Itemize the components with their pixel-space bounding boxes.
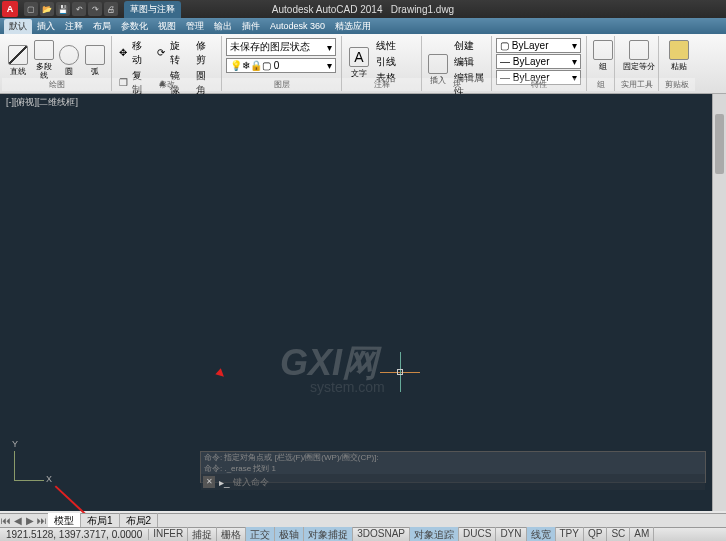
arc-button[interactable]: 弧 [83,43,108,78]
measure-button[interactable]: 固定等分 [619,38,659,73]
panel-modify-label: 修改 [112,78,221,91]
group-icon [593,40,613,60]
qat-undo-icon[interactable]: ↶ [72,2,86,16]
annotation-arrow [55,356,185,486]
qat-redo-icon[interactable]: ↷ [88,2,102,16]
scrollbar-thumb[interactable] [715,114,724,174]
status-正交[interactable]: 正交 [246,527,275,542]
status-tpy[interactable]: TPY [556,527,584,542]
qat-open-icon[interactable]: 📂 [40,2,54,16]
move-button[interactable]: ✥移动 [116,38,153,68]
status-dyn[interactable]: DYN [496,527,526,542]
watermark: GXI网 [280,339,378,388]
ribbon: 直线 多段线 圆 弧 绘图 ✥移动⟳旋转修剪 ❐复制▲镜像圆角 ⇲拉伸⛶缩放阵列… [0,34,726,94]
panel-groups-label: 组 [587,78,614,91]
command-history: 命令: 指定对角点或 [栏选(F)/圈围(WP)/圈交(CP)]: [201,452,705,463]
panel-draw: 直线 多段线 圆 弧 绘图 [2,36,112,91]
panel-modify: ✥移动⟳旋转修剪 ❐复制▲镜像圆角 ⇲拉伸⛶缩放阵列 修改 [112,36,222,91]
panel-utilities: 固定等分 实用工具 [615,36,659,91]
chevron-down-icon: ▾ [572,56,577,67]
qat-plot-icon[interactable]: 🖨 [104,2,118,16]
tab-featured[interactable]: 精选应用 [330,19,376,34]
text-icon: A [349,47,369,67]
tab-parametric[interactable]: 参数化 [116,19,153,34]
panel-clipboard: 粘贴 剪贴板 [659,36,695,91]
status-am[interactable]: AM [630,527,654,542]
drawing-canvas[interactable]: [-][俯视][二维线框] GXI网 system.com Y X 命令: 指定… [0,94,726,511]
measure-icon [629,40,649,60]
panel-layers-label: 图层 [222,78,341,91]
status-捕捉[interactable]: 捕捉 [188,527,217,542]
arc-icon [85,45,105,65]
text-button[interactable]: A文字 [346,45,372,80]
tab-layout[interactable]: 布局 [88,19,116,34]
layout-tabs: ⏮ ◀ ▶ ⏭ 模型 布局1 布局2 [0,513,726,527]
panel-annotation: A文字 线性引线表格 注释 [342,36,422,91]
quick-access-toolbar: ▢ 📂 💾 ↶ ↷ 🖨 [24,2,118,16]
trim-button[interactable]: 修剪 [193,38,217,68]
insert-icon [428,54,448,74]
status-qp[interactable]: QP [584,527,607,542]
chevron-down-icon: ▾ [327,42,332,53]
chevron-down-icon: ▾ [572,40,577,51]
tab-nav-first[interactable]: ⏮ [0,515,12,526]
command-close-icon[interactable]: ✕ [203,476,215,488]
linear-button[interactable]: 线性 [373,38,399,54]
group-button[interactable]: 组 [591,38,615,73]
panel-props-label: 特性 [492,78,586,91]
polyline-button[interactable]: 多段线 [32,38,57,82]
status-栅格[interactable]: 栅格 [217,527,246,542]
viewport-label[interactable]: [-][俯视][二维线框] [6,96,78,109]
status-infer[interactable]: INFER [149,527,188,542]
status-线宽[interactable]: 线宽 [527,527,556,542]
status-对象追踪[interactable]: 对象追踪 [410,527,459,542]
workspace-tab[interactable]: 草图与注释 [124,1,181,18]
rotate-button[interactable]: ⟳旋转 [154,38,191,68]
tab-plugins[interactable]: 插件 [237,19,265,34]
panel-groups: 组 组 [587,36,615,91]
status-对象捕捉[interactable]: 对象捕捉 [304,527,353,542]
status-极轴[interactable]: 极轴 [275,527,304,542]
paste-button[interactable]: 粘贴 [663,38,695,73]
command-line[interactable]: 命令: 指定对角点或 [栏选(F)/圈围(WP)/圈交(CP)]: 命令: ._… [200,451,706,483]
qat-save-icon[interactable]: 💾 [56,2,70,16]
ucs-y-label: Y [12,439,18,449]
tab-default[interactable]: 默认 [4,19,32,34]
title-bar: A ▢ 📂 💾 ↶ ↷ 🖨 草图与注释 Autodesk AutoCAD 201… [0,0,726,18]
status-bar: 1921.5128, 1397.3717, 0.0000 INFER捕捉栅格正交… [0,527,726,541]
vertical-scrollbar[interactable] [712,94,726,511]
tab-a360[interactable]: Autodesk 360 [265,20,330,32]
tab-output[interactable]: 输出 [209,19,237,34]
line-icon [8,45,28,65]
tab-manage[interactable]: 管理 [181,19,209,34]
status-3dosnap[interactable]: 3DOSNAP [353,527,410,542]
qat-new-icon[interactable]: ▢ [24,2,38,16]
coordinates[interactable]: 1921.5128, 1397.3717, 0.0000 [0,529,149,540]
panel-clip-label: 剪贴板 [659,78,695,91]
command-input[interactable] [233,477,703,487]
layer-state-combo[interactable]: 未保存的图层状态▾ [226,38,336,56]
tab-annotate[interactable]: 注释 [60,19,88,34]
leader-button[interactable]: 引线 [373,54,399,70]
title-text: Autodesk AutoCAD 2014 Drawing1.dwg [272,4,454,15]
paste-icon [669,40,689,60]
panel-draw-label: 绘图 [2,78,111,91]
panel-block-label: 块 [422,78,491,91]
create-button[interactable]: 创建 [451,38,487,54]
bedit-button[interactable]: 编辑 [451,54,487,70]
command-history-2: 命令: ._erase 找到 1 [201,463,705,474]
layer-combo[interactable]: 💡❄🔒▢ 0▾ [226,58,336,73]
status-sc[interactable]: SC [607,527,630,542]
color-combo[interactable]: ▢ ByLayer▾ [496,38,581,53]
status-ducs[interactable]: DUCS [459,527,496,542]
tab-insert[interactable]: 插入 [32,19,60,34]
panel-properties: ▢ ByLayer▾ — ByLayer▾ — ByLayer▾ 特性 [492,36,587,91]
tab-nav-last[interactable]: ⏭ [36,515,48,526]
line-button[interactable]: 直线 [6,43,31,78]
circle-button[interactable]: 圆 [57,43,82,78]
lineweight-combo[interactable]: — ByLayer▾ [496,54,581,69]
tab-view[interactable]: 视图 [153,19,181,34]
tab-nav-next[interactable]: ▶ [24,515,36,526]
app-icon[interactable]: A [2,1,18,17]
tab-nav-prev[interactable]: ◀ [12,515,24,526]
